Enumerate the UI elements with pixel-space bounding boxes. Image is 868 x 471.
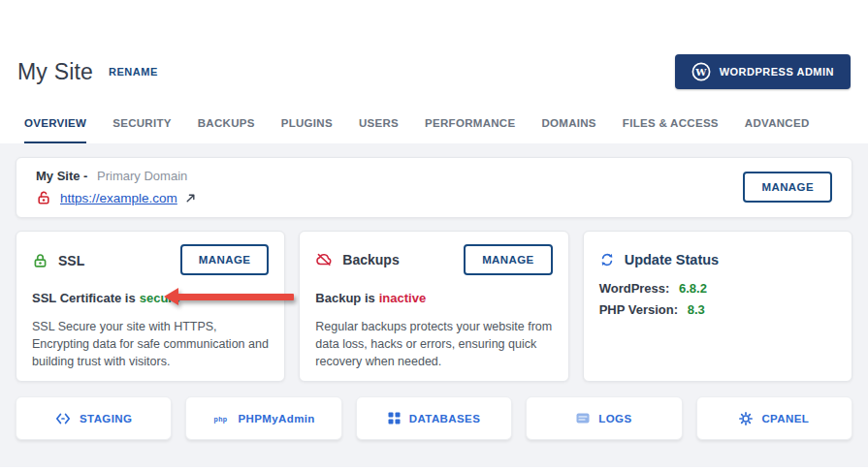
wordpress-version-value: 6.8.2	[679, 281, 707, 296]
title-row: My Site RENAME W WORDPRESS ADMIN	[17, 53, 851, 90]
backups-card-header: Backups MANAGE	[315, 244, 552, 275]
wordpress-admin-button[interactable]: W WORDPRESS ADMIN	[675, 54, 851, 89]
backups-status-value: inactive	[379, 291, 426, 305]
wordpress-version-label: WordPress:	[599, 281, 670, 296]
domain-url-line: https://example.com	[36, 190, 196, 205]
page-title: My Site	[17, 59, 93, 85]
ssl-status-value: secure	[140, 291, 180, 305]
svg-text:php: php	[214, 416, 228, 424]
backups-title-wrap: Backups	[315, 252, 399, 267]
update-status-card: Update Status WordPress: 6.8.2 PHP Versi…	[583, 231, 852, 382]
quick-actions-row: STAGING php PHPMyAdmin DATABASES	[16, 396, 852, 440]
domain-site-name: My Site -	[36, 169, 87, 183]
rename-button[interactable]: RENAME	[109, 66, 158, 78]
logs-icon	[576, 413, 590, 424]
grid-icon	[388, 412, 401, 424]
svg-text:W: W	[694, 67, 707, 78]
ssl-title-wrap: SSL	[32, 252, 84, 268]
primary-domain-card: My Site - Primary Domain https://example…	[16, 157, 852, 218]
backups-status-line: Backup isinactive	[315, 291, 552, 305]
tab-advanced[interactable]: ADVANCED	[745, 117, 810, 143]
cpanel-button[interactable]: CPANEL	[696, 396, 852, 440]
tab-performance[interactable]: PERFORMANCE	[425, 117, 515, 143]
ssl-status-prefix: SSL Certificate is	[32, 291, 136, 305]
wordpress-logo-icon: W	[691, 62, 711, 81]
domain-type-label: Primary Domain	[97, 169, 187, 183]
tab-domains[interactable]: DOMAINS	[541, 117, 595, 143]
php-version-value: 8.3	[688, 302, 705, 317]
main-content: My Site - Primary Domain https://example…	[0, 143, 868, 467]
php-icon: php	[212, 413, 229, 424]
backups-card-title: Backups	[342, 252, 399, 267]
logs-button[interactable]: LOGS	[526, 396, 682, 440]
ssl-description: SSL Secure your site with HTTPS, Encrypt…	[32, 318, 269, 370]
backups-status-prefix: Backup is	[315, 291, 374, 305]
php-version-label: PHP Version:	[599, 302, 678, 317]
domain-info: My Site - Primary Domain https://example…	[36, 169, 196, 205]
tab-plugins[interactable]: PLUGINS	[281, 117, 333, 143]
databases-button[interactable]: DATABASES	[356, 396, 512, 440]
sync-icon	[599, 252, 615, 267]
external-link-icon	[185, 193, 196, 204]
site-url-text: https://example.com	[60, 191, 177, 205]
page-header: My Site RENAME W WORDPRESS ADMIN OVERVIE…	[0, 0, 868, 143]
wordpress-version-row: WordPress: 6.8.2	[599, 281, 836, 296]
logs-label: LOGS	[598, 413, 631, 424]
feature-cards-row: SSL MANAGE SSL Certificate issecure SSL …	[16, 231, 852, 382]
lock-green-icon	[32, 252, 48, 268]
tab-files-and-access[interactable]: FILES & ACCESS	[623, 117, 719, 143]
ssl-manage-button[interactable]: MANAGE	[180, 244, 270, 275]
site-url-link[interactable]: https://example.com	[60, 191, 196, 205]
tab-bar: OVERVIEW SECURITY BACKUPS PLUGINS USERS …	[17, 117, 851, 143]
code-icon	[55, 413, 71, 424]
cpanel-label: CPANEL	[761, 413, 809, 424]
domain-manage-button[interactable]: MANAGE	[743, 172, 832, 203]
ssl-status-line: SSL Certificate issecure	[32, 291, 269, 305]
tab-security[interactable]: SECURITY	[113, 117, 172, 143]
backups-card: Backups MANAGE Backup isinactive Regular…	[299, 231, 568, 382]
staging-button[interactable]: STAGING	[16, 396, 172, 440]
databases-label: DATABASES	[409, 413, 480, 424]
domain-title-line: My Site - Primary Domain	[36, 169, 196, 183]
wordpress-admin-label: WORDPRESS ADMIN	[720, 66, 834, 78]
php-version-row: PHP Version: 8.3	[599, 302, 836, 317]
gear-icon	[739, 412, 753, 425]
phpmyadmin-button[interactable]: php PHPMyAdmin	[185, 396, 341, 440]
cloud-off-icon	[315, 252, 333, 267]
ssl-card-title: SSL	[58, 253, 84, 268]
update-status-rows: WordPress: 6.8.2 PHP Version: 8.3	[599, 281, 836, 317]
ssl-card-header: SSL MANAGE	[32, 244, 269, 275]
phpmyadmin-label: PHPMyAdmin	[238, 413, 314, 424]
tab-overview[interactable]: OVERVIEW	[24, 117, 86, 143]
tab-users[interactable]: USERS	[359, 117, 399, 143]
backups-description: Regular backups protects your website fr…	[315, 318, 552, 370]
backups-manage-button[interactable]: MANAGE	[464, 244, 553, 275]
tab-backups[interactable]: BACKUPS	[198, 117, 255, 143]
update-status-title: Update Status	[625, 252, 720, 267]
update-status-title-wrap: Update Status	[599, 252, 836, 267]
unlock-red-icon	[36, 190, 51, 205]
staging-label: STAGING	[80, 413, 132, 424]
ssl-card: SSL MANAGE SSL Certificate issecure SSL …	[16, 231, 285, 382]
